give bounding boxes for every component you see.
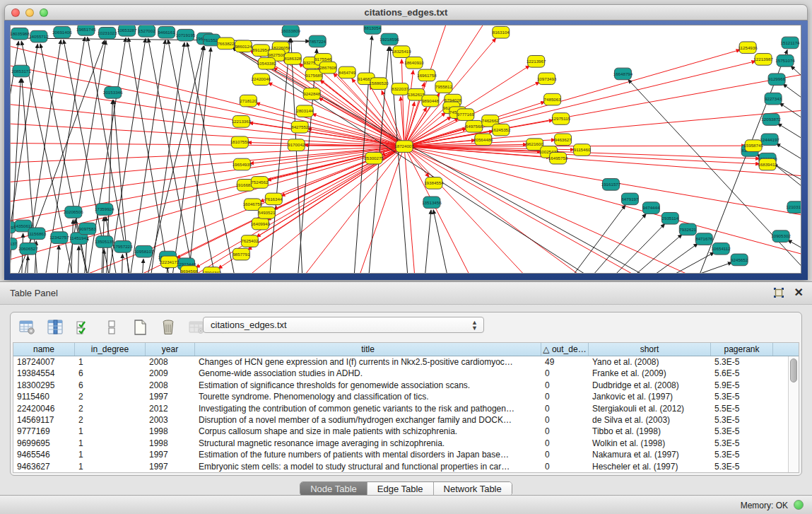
graph-node[interactable]: 10543382 xyxy=(257,57,277,69)
close-panel-icon[interactable]: ✕ xyxy=(794,287,804,298)
graph-node[interactable]: 8471676 xyxy=(695,233,713,245)
table-row[interactable]: 1938455462009Genome-wide association stu… xyxy=(13,368,799,379)
graph-node[interactable]: 20606527 xyxy=(18,243,38,255)
table-panel-titlebar[interactable]: Table Panel ✕ xyxy=(0,282,812,305)
tab-network-table[interactable]: Network Table xyxy=(434,482,512,496)
graph-node[interactable]: 17004342 xyxy=(202,267,222,273)
graph-node[interactable]: 7485063 xyxy=(544,93,562,105)
graph-node[interactable]: 20206506 xyxy=(64,206,83,218)
table-row[interactable]: 946554611997Estimation of the future num… xyxy=(13,449,799,460)
graph-node[interactable]: 9890448 xyxy=(422,95,440,107)
graph-node[interactable]: 9694568 xyxy=(181,266,199,273)
graph-node[interactable]: 22234172 xyxy=(160,256,180,268)
column-header-short[interactable]: short xyxy=(589,343,711,356)
graph-node[interactable]: 12975115 xyxy=(551,113,571,125)
table-selector-dropdown[interactable]: citations_edges.txt ▲▼ xyxy=(203,317,484,333)
graph-node[interactable]: 19654935 xyxy=(233,158,252,170)
graph-node[interactable]: 9242848 xyxy=(303,88,321,100)
graph-node[interactable]: 7616344 xyxy=(265,193,283,205)
table-settings-icon[interactable] xyxy=(18,318,36,337)
column-header-in_degree[interactable]: in_degree xyxy=(75,343,146,356)
graph-node[interactable]: 19651745 xyxy=(76,25,96,35)
graph-node[interactable]: 8186328 xyxy=(284,53,302,65)
new-file-icon[interactable] xyxy=(131,318,149,337)
graph-node[interactable]: 8912954 xyxy=(252,45,270,57)
graph-node[interactable]: 18724007 xyxy=(394,141,414,153)
graph-node[interactable]: 1527002 xyxy=(139,25,156,37)
graph-node[interactable]: 7932621 xyxy=(679,223,697,235)
graph-node[interactable]: 9777169 xyxy=(457,109,475,121)
graph-node[interactable]: 19218596 xyxy=(379,33,399,45)
graph-node[interactable]: 18325419 xyxy=(392,46,411,58)
graph-node[interactable]: 18035988 xyxy=(11,28,30,40)
graph-node[interactable]: 20153346 xyxy=(103,87,123,99)
graph-node[interactable]: 8454749 xyxy=(339,66,356,78)
graph-node[interactable]: 2935114 xyxy=(661,212,678,224)
table-row[interactable]: 2242004622012Investigating the contribut… xyxy=(13,403,799,414)
graph-node[interactable]: 19384554 xyxy=(424,177,444,189)
graph-node[interactable]: 9474444 xyxy=(642,202,660,214)
graph-node[interactable]: 17359924 xyxy=(95,204,114,216)
graph-node[interactable]: 11254936 xyxy=(739,42,758,54)
graph-node[interactable]: 2803144 xyxy=(296,105,314,117)
graph-node[interactable]: 16961758 xyxy=(417,69,437,81)
graph-node[interactable]: 10958107 xyxy=(134,245,154,257)
graph-node[interactable]: 16033809 xyxy=(281,25,301,37)
graph-node[interactable]: 7857224 xyxy=(309,35,326,47)
graph-node[interactable]: 5493521 xyxy=(258,207,276,219)
graph-node[interactable]: 10905302 xyxy=(771,230,791,243)
graph-node[interactable]: 22420046 xyxy=(252,74,271,86)
graph-node[interactable]: 12213363 xyxy=(232,116,252,128)
graph-node[interactable]: 9129966 xyxy=(768,74,786,86)
graph-node[interactable]: 14055712 xyxy=(29,30,49,42)
table-row[interactable]: 1830029562008Estimation of significance … xyxy=(13,380,799,391)
graph-node[interactable]: 18107550 xyxy=(230,136,250,148)
column-header-name[interactable]: name xyxy=(13,343,75,356)
graph-node[interactable]: 5905137 xyxy=(11,238,18,250)
column-header-title[interactable]: title xyxy=(195,343,541,356)
graph-node[interactable]: 7524562 xyxy=(251,177,269,189)
table-row[interactable]: 977716911998Corpus callosum shape and si… xyxy=(13,426,799,437)
table-row[interactable]: 911546021997Tourette syndrome. Phenomeno… xyxy=(13,391,799,402)
network-canvas[interactable]: 1872400718035988140557122069140619651745… xyxy=(10,25,801,274)
graph-node[interactable]: 12093872 xyxy=(761,114,781,126)
graph-node[interactable]: 6497568 xyxy=(466,120,483,132)
deselect-all-icon[interactable] xyxy=(102,318,121,337)
graph-node[interactable]: 12213987 xyxy=(753,54,773,66)
graph-node[interactable]: 9170042 xyxy=(288,139,305,151)
graph-node[interactable]: 17957223 xyxy=(113,241,133,253)
graph-node[interactable]: 15751074 xyxy=(775,55,795,67)
graph-node[interactable]: 10654112 xyxy=(712,243,731,255)
scrollbar-thumb[interactable] xyxy=(790,358,797,382)
graph-node[interactable]: 8322037 xyxy=(392,83,409,95)
graph-node[interactable]: 16245352 xyxy=(491,124,511,136)
graph-node[interactable]: 10653287 xyxy=(117,25,137,36)
graph-node[interactable]: 7625402 xyxy=(241,235,259,247)
graph-node[interactable]: 8163104 xyxy=(493,26,510,38)
tab-node-table[interactable]: Node Table xyxy=(300,482,367,496)
select-columns-icon[interactable] xyxy=(46,318,64,337)
graph-node[interactable]: 6479197 xyxy=(621,193,639,205)
graph-node[interactable]: 9227343 xyxy=(765,93,782,105)
graph-node[interactable]: 20691406 xyxy=(52,26,72,38)
graph-node[interactable]: 25300275 xyxy=(364,152,384,164)
graph-node[interactable]: 7663822 xyxy=(217,37,235,49)
table-row[interactable]: 1872400712008Changes of HCN gene express… xyxy=(13,356,799,368)
graph-node[interactable]: 2867608 xyxy=(319,62,337,74)
graph-node[interactable]: 9463627 xyxy=(555,134,572,146)
column-header-out_de[interactable]: △ out_de… xyxy=(541,343,589,356)
graph-node[interactable]: 11156863 xyxy=(28,228,47,240)
network-window-titlebar[interactable]: citations_edges.txt xyxy=(4,4,808,21)
graph-node[interactable]: 9115460 xyxy=(574,144,591,156)
column-header-year[interactable]: year xyxy=(146,343,195,356)
graph-node[interactable]: 20564486 xyxy=(473,134,493,146)
graph-node[interactable]: 10231023 xyxy=(98,27,117,39)
float-panel-icon[interactable] xyxy=(773,287,784,298)
graph-node[interactable]: 18640910 xyxy=(404,57,424,69)
graph-node[interactable]: 16839412 xyxy=(758,158,777,170)
column-header-pagerank[interactable]: pagerank xyxy=(711,343,773,356)
graph-node[interactable]: 8427552 xyxy=(291,121,309,133)
graph-node[interactable]: 15958745 xyxy=(743,140,763,152)
graph-node[interactable]: 9466161 xyxy=(158,26,176,38)
graph-node[interactable]: 12342757 xyxy=(49,232,69,244)
